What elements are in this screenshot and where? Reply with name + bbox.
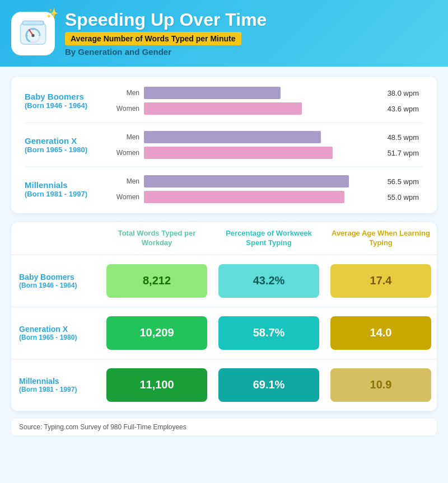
bar-track-men [144,87,380,99]
stats-data-row: Generation X (Born 1965 - 1980) 10,209 5… [11,307,437,359]
bar-track-women [144,191,380,203]
svg-point-6 [31,34,34,36]
stats-data-row: Millennials (Born 1981 - 1997) 11,100 69… [11,359,437,411]
bar-label-women: Women [116,193,144,201]
bar-label-men: Men [116,89,144,97]
stats-words-cell: 11,100 [101,359,213,411]
subtitle-box: Average Number of Words Typed per Minute [65,32,241,45]
gen-label: Millennials (Born 1981 - 1997) [25,180,111,198]
stats-section: Total Words Typed per Workday Percentage… [11,222,437,411]
bar-fill-men [144,131,321,143]
stats-gen-cell: Baby Boomers (Born 1946 - 1964) [11,255,101,307]
stats-gen-name: Generation X [19,325,93,334]
bar-fill-men [144,175,349,187]
chart-gen-row: Millennials (Born 1981 - 1997) Men 56.5 … [25,175,423,203]
bar-label-women: Women [116,105,144,112]
bar-row-women: Women 51.7 wpm [116,147,419,159]
chart-gen-row: Generation X (Born 1965 - 1980) Men 48.5… [25,131,423,167]
gen-years: (Born 1965 - 1980) [25,146,106,154]
gen-name: Baby Boomers [25,92,106,101]
stats-gen-years: (Born 1981 - 1997) [19,386,93,393]
stats-pct-value: 58.7% [218,316,319,350]
stats-age-value: 10.9 [330,368,431,402]
sparkle-icon: ✨ [46,7,58,20]
bars-area: Men 56.5 wpm Women 55.0 wpm [111,175,423,203]
bar-value-women: 43.6 wpm [380,105,419,113]
gen-years: (Born 1946 - 1964) [25,101,106,110]
gen-name: Millennials [25,180,106,190]
bar-value-men: 48.5 wpm [380,133,419,142]
stats-words-value: 10,209 [106,316,207,350]
bar-track-men [144,175,380,187]
stats-pct-value: 43.2% [218,264,319,298]
header: ✨ Speeding Up Over Time Average Number o… [0,0,448,67]
stats-gen-name: Millennials [19,377,93,386]
stats-age-cell: 14.0 [325,307,437,359]
stats-gen-years: (Born 1965 - 1980) [19,334,93,341]
bar-value-men: 56.5 wpm [380,177,419,186]
bar-track-women [144,102,380,115]
gen-years: (Born 1981 - 1997) [25,190,106,198]
sub-title2: By Generation and Gender [65,47,267,57]
bar-value-women: 55.0 wpm [380,193,419,201]
stats-col-pct-header: Percentage of Workweek Spent Typing [213,222,325,255]
bar-value-women: 51.7 wpm [380,149,419,157]
stats-gen-name: Baby Boomers [19,273,93,282]
stats-col-age-header: Average Age When Learning Typing [325,222,437,255]
bar-row-men: Men 56.5 wpm [116,175,419,187]
bar-fill-men [144,87,281,99]
stats-pct-cell: 69.1% [213,359,325,411]
bar-row-women: Women 55.0 wpm [116,191,419,203]
bars-area: Men 38.0 wpm Women 43.6 wpm [111,87,423,115]
bar-track-men [144,131,380,143]
speedometer-icon [18,19,48,48]
stats-age-cell: 17.4 [325,255,437,307]
stats-gen-cell: Millennials (Born 1981 - 1997) [11,359,101,411]
stats-pct-cell: 58.7% [213,307,325,359]
bar-label-men: Men [116,133,144,141]
stats-pct-value: 69.1% [218,368,319,402]
bar-row-men: Men 48.5 wpm [116,131,419,143]
bar-chart-section: Baby Boomers (Born 1946 - 1964) Men 38.0… [11,77,437,213]
bar-fill-women [144,191,344,203]
stats-gen-cell: Generation X (Born 1965 - 1980) [11,307,101,359]
source-text: Source: Typing.com Survey of 980 Full-Ti… [11,419,437,435]
source-label: Source: Typing.com Survey of 980 Full-Ti… [19,423,186,431]
stats-header-row: Total Words Typed per Workday Percentage… [11,222,437,255]
main-content: Baby Boomers (Born 1946 - 1964) Men 38.0… [0,67,448,442]
bar-label-men: Men [116,177,144,185]
stats-col-words-header: Total Words Typed per Workday [101,222,213,255]
stats-age-value: 14.0 [330,316,431,350]
stats-words-cell: 10,209 [101,307,213,359]
bar-fill-women [144,102,302,115]
stats-words-value: 8,212 [106,264,207,298]
bar-track-women [144,147,380,159]
svg-rect-0 [20,23,45,44]
bar-value-men: 38.0 wpm [380,89,419,97]
stats-col-empty [11,222,101,255]
gen-label: Baby Boomers (Born 1946 - 1964) [25,92,111,110]
stats-data-row: Baby Boomers (Born 1946 - 1964) 8,212 43… [11,255,437,307]
stats-words-cell: 8,212 [101,255,213,307]
gen-name: Generation X [25,136,106,146]
svg-rect-1 [22,21,44,25]
bar-label-women: Women [116,149,144,157]
header-icon-box: ✨ [11,12,55,55]
stats-words-value: 11,100 [106,368,207,402]
stats-gen-years: (Born 1946 - 1964) [19,282,93,289]
stats-age-value: 17.4 [330,264,431,298]
chart-gen-row: Baby Boomers (Born 1946 - 1964) Men 38.0… [25,87,423,123]
header-text: Speeding Up Over Time Average Number of … [65,10,267,57]
subtitle-text: Average Number of Words Typed per Minute [71,34,236,43]
main-title: Speeding Up Over Time [65,10,267,30]
bar-row-women: Women 43.6 wpm [116,102,419,115]
gen-label: Generation X (Born 1965 - 1980) [25,136,111,154]
bar-fill-women [144,147,333,159]
bar-row-men: Men 38.0 wpm [116,87,419,99]
bars-area: Men 48.5 wpm Women 51.7 wpm [111,131,423,159]
stats-age-cell: 10.9 [325,359,437,411]
stats-pct-cell: 43.2% [213,255,325,307]
